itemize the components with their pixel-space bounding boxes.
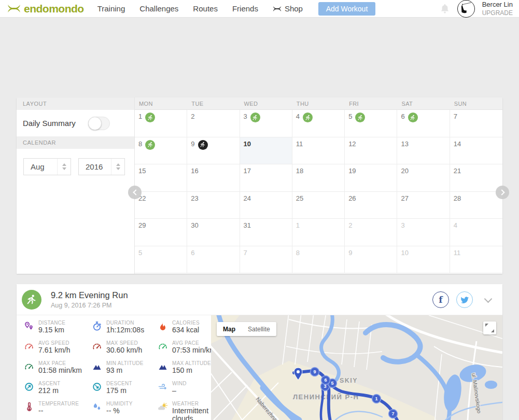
- running-workout-icon[interactable]: [355, 113, 365, 122]
- daily-summary-toggle[interactable]: [88, 117, 110, 130]
- max-altitude-icon: [158, 361, 168, 372]
- previous-month-arrow[interactable]: [128, 186, 142, 199]
- calendar-day-cell[interactable]: 10: [240, 137, 292, 165]
- upgrade-link[interactable]: UPGRADE: [482, 9, 513, 17]
- calendar-day-cell[interactable]: 8: [135, 137, 187, 165]
- facebook-share-button[interactable]: f: [432, 291, 449, 308]
- nav-item-shop-label: Shop: [285, 4, 303, 13]
- calendar-day-cell[interactable]: 31: [240, 219, 292, 246]
- workout-map[interactable]: Naberezhnaya ul. ul. Malinovskogo SKIY Л…: [211, 315, 502, 420]
- calendar-day-cell[interactable]: 29: [135, 219, 187, 246]
- calendar-day-cell[interactable]: 25: [292, 192, 345, 219]
- stat-label: DURATION: [106, 320, 144, 326]
- nav-item-routes[interactable]: Routes: [193, 4, 218, 13]
- collapse-chevron-down-icon[interactable]: [484, 295, 493, 303]
- calendar-day-cell[interactable]: 5: [345, 110, 397, 137]
- add-workout-button[interactable]: Add Workout: [318, 2, 375, 16]
- running-workout-icon[interactable]: [408, 113, 418, 122]
- next-month-arrow[interactable]: [496, 186, 509, 199]
- day-header: SUN: [450, 97, 502, 109]
- day-number: 1: [296, 221, 300, 229]
- running-workout-icon[interactable]: [198, 140, 208, 150]
- satellite-view-button[interactable]: Satellite: [242, 322, 276, 336]
- calendar-day-cell[interactable]: 9: [187, 137, 240, 165]
- shop-brand-icon: [273, 6, 282, 12]
- calendar-day-cell[interactable]: 1: [292, 219, 345, 246]
- calendar-day-cell[interactable]: 20: [397, 164, 450, 192]
- stat-avg-pace: AVG PACE07:53 min/km: [158, 340, 218, 360]
- calendar-day-cell[interactable]: 21: [450, 164, 502, 192]
- running-workout-icon[interactable]: [250, 113, 260, 122]
- day-number: 7: [244, 249, 247, 257]
- calendar-day-cell[interactable]: 9: [345, 246, 397, 274]
- day-number: 9: [348, 249, 352, 257]
- notifications-bell-icon[interactable]: [440, 3, 450, 15]
- stat-value: 175 m: [106, 387, 132, 395]
- calendar-day-cell[interactable]: 11: [450, 246, 502, 274]
- fullscreen-map-icon[interactable]: [483, 321, 496, 334]
- calendar-day-cell[interactable]: 3: [240, 110, 292, 137]
- workout-datetime: Aug 9, 2016 7:26 PM: [51, 302, 128, 309]
- calendar-day-cell[interactable]: 27: [397, 192, 450, 219]
- svg-text:9: 9: [313, 369, 316, 374]
- route-marker-7[interactable]: 7: [389, 410, 398, 418]
- day-number: 16: [191, 167, 198, 175]
- calendar-day-cell[interactable]: 4: [450, 219, 502, 246]
- calendar-day-cell[interactable]: 30: [187, 219, 240, 246]
- calendar-day-cell[interactable]: 26: [345, 192, 397, 219]
- route-marker-9[interactable]: 9: [311, 368, 319, 376]
- nav-item-friends[interactable]: Friends: [232, 4, 258, 13]
- calendar-day-cell[interactable]: 18: [292, 164, 345, 192]
- calendar-day-cell[interactable]: 7: [240, 246, 292, 274]
- calendar-day-cell[interactable]: 24: [240, 192, 292, 219]
- stat-distance: DISTANCE9.15 km: [24, 320, 92, 340]
- calendar-day-cell[interactable]: 11: [292, 137, 345, 165]
- map-view-button[interactable]: Map: [217, 322, 242, 336]
- running-workout-icon[interactable]: [145, 113, 155, 122]
- calendar-day-cell[interactable]: 2: [187, 110, 240, 137]
- year-select[interactable]: 2016: [78, 158, 125, 175]
- calendar-day-cell[interactable]: 16: [187, 164, 240, 192]
- year-select-spinner[interactable]: [111, 159, 124, 175]
- running-workout-icon[interactable]: [303, 113, 313, 122]
- svg-text:7: 7: [391, 411, 394, 416]
- calendar-day-cell[interactable]: 28: [450, 192, 502, 219]
- calendar-day-cell[interactable]: 5: [135, 246, 187, 274]
- calendar-day-cell[interactable]: 23: [187, 192, 240, 219]
- calendar-day-cell[interactable]: 2: [345, 219, 397, 246]
- calendar-day-cell[interactable]: 8: [292, 246, 345, 274]
- calendar-day-cell[interactable]: 22: [135, 192, 187, 219]
- nav-item-challenges[interactable]: Challenges: [139, 4, 178, 13]
- route-marker-6[interactable]: 6: [321, 376, 330, 385]
- calendar-day-cell[interactable]: 7: [450, 110, 502, 137]
- stat-value: 1h:12m:08s: [106, 326, 144, 334]
- route-marker-1[interactable]: 1: [372, 395, 381, 403]
- running-workout-icon[interactable]: [145, 140, 155, 150]
- calendar-day-cell[interactable]: 4: [292, 110, 345, 137]
- calendar-day-cell[interactable]: 10: [397, 246, 450, 274]
- calendar-day-cell[interactable]: 1: [135, 110, 187, 137]
- calendar-day-cell[interactable]: 3: [397, 219, 450, 246]
- calendar-day-cell[interactable]: 12: [345, 137, 397, 165]
- day-number: 11: [454, 249, 461, 257]
- day-number: 26: [348, 194, 356, 202]
- calendar-day-cell[interactable]: 17: [240, 164, 292, 192]
- user-name[interactable]: Bercer Lin: [482, 1, 513, 9]
- calendar-day-cell[interactable]: 14: [450, 137, 502, 165]
- calendar-day-cell[interactable]: 19: [345, 164, 397, 192]
- calendar-day-cell[interactable]: 13: [397, 137, 450, 165]
- twitter-share-button[interactable]: [456, 291, 473, 308]
- workout-title[interactable]: 9.2 km Evening Run: [51, 290, 128, 300]
- day-number: 2: [191, 113, 194, 120]
- nav-item-shop[interactable]: Shop: [273, 4, 303, 13]
- calendar-day-cell[interactable]: 6: [187, 246, 240, 274]
- month-select-spinner[interactable]: [57, 159, 71, 175]
- calendar-day-cell[interactable]: 6: [397, 110, 450, 137]
- endomondo-logo[interactable]: endomondo: [7, 3, 84, 15]
- month-select[interactable]: Aug: [23, 158, 71, 175]
- user-avatar[interactable]: [457, 0, 475, 18]
- calendar-panel: LAYOUT Daily Summary CALENDAR Aug 2016 M…: [17, 97, 502, 274]
- nav-item-training[interactable]: Training: [97, 4, 125, 13]
- calendar-day-cell[interactable]: 15: [135, 164, 187, 192]
- calendar-grid: 1234567891011121314151617181920212223242…: [135, 110, 502, 273]
